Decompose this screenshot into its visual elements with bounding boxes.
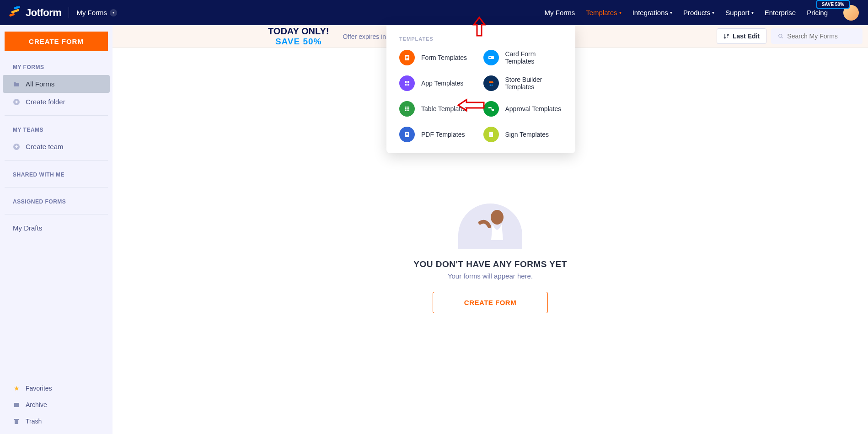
- logo-area: Jotform My Forms ▾: [9, 6, 117, 19]
- svg-line-34: [782, 37, 783, 38]
- svg-rect-11: [405, 84, 407, 86]
- chevron-down-icon: ▾: [751, 10, 754, 15]
- svg-rect-2: [14, 6, 21, 10]
- promo-text: TODAY ONLY! SAVE 50%: [222, 26, 329, 47]
- sidebar-archive[interactable]: Archive: [0, 396, 113, 413]
- sidebar-bottom: ★ Favorites Archive Trash: [0, 380, 113, 434]
- chevron-down-icon: ▾: [619, 10, 622, 15]
- sidebar-create-team[interactable]: Create team: [0, 138, 113, 155]
- table-templates-icon: [399, 101, 415, 117]
- svg-rect-24: [406, 134, 408, 135]
- last-edit-button[interactable]: Last Edit: [717, 28, 766, 44]
- logo-text: Jotform: [26, 7, 61, 19]
- svg-rect-4: [406, 56, 408, 57]
- top-nav: My Forms Templates ▾ Integrations ▾ Prod…: [545, 5, 859, 21]
- nav-support[interactable]: Support ▾: [725, 9, 754, 16]
- sidebar-section-my-forms: MY FORMS: [0, 58, 113, 75]
- empty-create-form-button[interactable]: CREATE FORM: [433, 292, 548, 313]
- empty-subtitle: Your forms will appear here.: [113, 272, 868, 280]
- promo-today-label: TODAY ONLY!: [268, 26, 329, 37]
- svg-point-33: [779, 34, 782, 38]
- sidebar-divider: [5, 160, 108, 161]
- nav-products[interactable]: Products ▾: [683, 9, 714, 16]
- store-builder-templates-icon: [483, 75, 499, 91]
- nav-integrations[interactable]: Integrations ▾: [632, 9, 672, 16]
- search-box[interactable]: [771, 28, 863, 44]
- sign-templates-icon: [483, 127, 499, 142]
- card-form-templates-icon: [483, 50, 499, 65]
- dropdown-label: Card Form Templates: [505, 50, 563, 65]
- nav-my-forms[interactable]: My Forms: [545, 9, 575, 16]
- sidebar-item-label: My Drafts: [13, 224, 42, 232]
- sidebar-divider: [5, 115, 108, 116]
- dropdown-label: Approval Templates: [505, 105, 562, 113]
- pdf-templates-icon: [399, 127, 415, 142]
- svg-rect-7: [488, 56, 494, 59]
- sidebar: CREATE FORM MY FORMS All Forms Create fo…: [0, 25, 113, 434]
- create-form-button[interactable]: CREATE FORM: [5, 32, 108, 51]
- page-selector[interactable]: My Forms ▾: [76, 9, 117, 16]
- app-templates-icon: [399, 75, 415, 91]
- svg-rect-8: [489, 57, 491, 58]
- svg-rect-20: [488, 107, 491, 108]
- sidebar-item-label: All Forms: [26, 80, 54, 88]
- sidebar-section-my-teams: MY TEAMS: [0, 120, 113, 138]
- chevron-down-icon: ▾: [670, 10, 672, 15]
- sidebar-section-assigned[interactable]: ASSIGNED FORMS: [0, 192, 113, 209]
- sidebar-item-label: Create folder: [26, 98, 65, 106]
- svg-rect-23: [406, 133, 408, 134]
- sidebar-create-folder[interactable]: Create folder: [0, 93, 113, 111]
- sidebar-my-drafts[interactable]: My Drafts: [0, 219, 113, 237]
- main-header: SAVE 50% Jotform My Forms ▾ My Forms Tem…: [0, 0, 868, 25]
- nav-enterprise[interactable]: Enterprise: [765, 9, 796, 16]
- dropdown-label: Form Templates: [421, 54, 467, 61]
- dropdown-approval-templates[interactable]: Approval Templates: [483, 101, 563, 117]
- annotation-arrow-up: [471, 16, 488, 38]
- svg-rect-28: [14, 403, 19, 404]
- annotation-arrow-left: [457, 98, 486, 113]
- empty-illustration: [454, 194, 527, 249]
- logo[interactable]: Jotform: [9, 6, 61, 19]
- sidebar-divider: [5, 214, 108, 214]
- svg-rect-31: [14, 419, 19, 420]
- sidebar-favorites[interactable]: ★ Favorites: [0, 380, 113, 396]
- nav-integrations-label: Integrations: [632, 9, 668, 16]
- sidebar-section-shared[interactable]: SHARED WITH ME: [0, 165, 113, 182]
- dropdown-grid: Form Templates Card Form Templates App T…: [399, 50, 563, 142]
- dropdown-pdf-templates[interactable]: PDF Templates: [399, 127, 479, 142]
- svg-rect-10: [407, 81, 409, 83]
- nav-support-label: Support: [725, 9, 750, 16]
- dropdown-sign-templates[interactable]: Sign Templates: [483, 127, 563, 142]
- search-input[interactable]: [787, 32, 856, 40]
- jotform-logo-icon: [9, 6, 22, 19]
- dropdown-app-templates[interactable]: App Templates: [399, 75, 479, 91]
- sidebar-item-label: Create team: [26, 143, 64, 150]
- archive-icon: [13, 401, 20, 408]
- page-selector-label: My Forms: [76, 9, 107, 16]
- last-edit-label: Last Edit: [733, 32, 760, 40]
- sidebar-trash[interactable]: Trash: [0, 413, 113, 429]
- dropdown-store-builder-templates[interactable]: Store Builder Templates: [483, 75, 563, 91]
- nav-pricing[interactable]: Pricing: [807, 9, 828, 16]
- svg-point-32: [491, 210, 504, 225]
- trash-icon: [13, 418, 20, 425]
- sidebar-all-forms[interactable]: All Forms: [3, 75, 110, 93]
- svg-rect-30: [15, 420, 18, 424]
- promo-save-label: SAVE 50%: [275, 37, 322, 47]
- sidebar-item-label: Trash: [26, 418, 42, 425]
- nav-templates-label: Templates: [586, 9, 617, 16]
- svg-rect-12: [407, 84, 409, 86]
- dropdown-card-form-templates[interactable]: Card Form Templates: [483, 50, 563, 65]
- dropdown-form-templates[interactable]: Form Templates: [399, 50, 479, 65]
- save-badge[interactable]: SAVE 50%: [816, 0, 850, 9]
- nav-products-label: Products: [683, 9, 710, 16]
- sort-icon: [723, 33, 730, 39]
- search-icon: [778, 33, 783, 39]
- folder-icon: [13, 80, 20, 88]
- nav-templates[interactable]: Templates ▾: [586, 9, 621, 16]
- svg-rect-21: [492, 109, 494, 111]
- sidebar-item-label: Archive: [26, 401, 47, 408]
- templates-dropdown: TEMPLATES Form Templates Card Form Templ…: [386, 25, 575, 153]
- svg-rect-0: [9, 13, 15, 17]
- svg-rect-29: [14, 404, 19, 407]
